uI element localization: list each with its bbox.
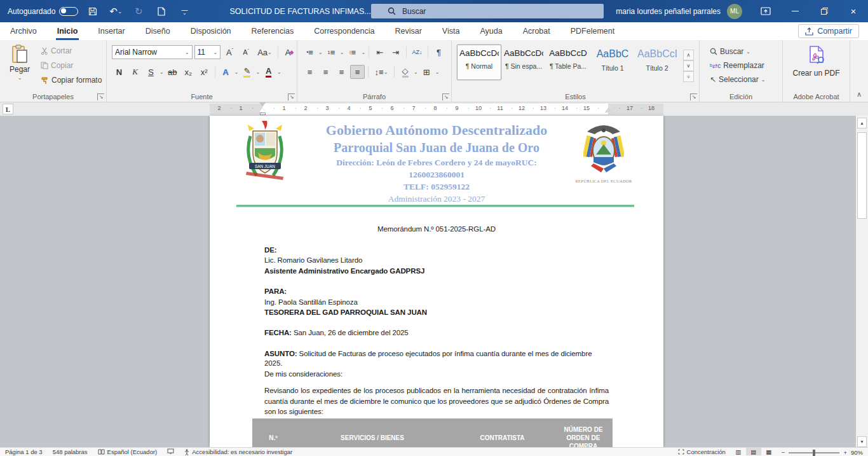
customize-quick-access-button[interactable]: —⌄ bbox=[176, 3, 193, 20]
page-number-indicator[interactable]: Página 1 de 3 bbox=[0, 448, 48, 455]
memo-body-paragraph[interactable]: Revisando los expedientes de los proceso… bbox=[264, 385, 609, 417]
zoom-slider-handle[interactable] bbox=[813, 450, 815, 456]
create-pdf-button[interactable]: Crear un PDF bbox=[783, 40, 850, 78]
justify-button[interactable]: ≡ bbox=[350, 65, 365, 79]
autosave-switch-icon[interactable] bbox=[59, 7, 78, 16]
tab-inicio[interactable]: Inicio bbox=[47, 22, 88, 40]
close-button[interactable]: × bbox=[839, 0, 868, 22]
tab-disposicion[interactable]: Disposición bbox=[180, 22, 241, 40]
format-painter-button[interactable]: Copiar formato bbox=[38, 75, 104, 85]
tab-insertar[interactable]: Insertar bbox=[88, 22, 135, 40]
paste-button[interactable]: Pegar ⌄ bbox=[5, 45, 34, 94]
tab-referencias[interactable]: Referencias bbox=[241, 22, 304, 40]
web-layout-button[interactable]: ▦ bbox=[761, 448, 776, 455]
styles-scroll-down-button[interactable]: ∨ bbox=[683, 60, 694, 71]
display-settings-indicator[interactable] bbox=[162, 448, 179, 454]
highlight-button[interactable]: ✎ bbox=[240, 65, 254, 79]
cut-button[interactable]: Cortar bbox=[38, 46, 104, 56]
left-indent-marker[interactable] bbox=[260, 113, 266, 115]
memo-de-title[interactable]: Asistente Administrativo Encargado GADPR… bbox=[264, 266, 609, 276]
hanging-indent-marker[interactable] bbox=[259, 107, 266, 112]
styles-scroll-up-button[interactable]: ∧ bbox=[683, 50, 694, 60]
document-title[interactable]: SOLICITUD DE FACTURAS INFIMAS.... ⌄ bbox=[229, 7, 383, 16]
replace-button[interactable]: ᵇ⇄c Reemplazar bbox=[707, 60, 782, 71]
focus-mode-button[interactable]: Concentración bbox=[673, 448, 731, 455]
shading-button[interactable]: ◇ bbox=[398, 65, 412, 79]
find-dropdown-icon[interactable]: ⌄ bbox=[746, 49, 750, 55]
read-mode-button[interactable]: ▥ bbox=[731, 448, 746, 455]
user-name[interactable]: maria lourdes peñafiel parrales bbox=[616, 7, 721, 16]
underline-button[interactable]: S bbox=[144, 65, 158, 79]
styles-more-button[interactable]: ⩒ bbox=[683, 71, 694, 82]
right-indent-marker[interactable] bbox=[605, 108, 611, 113]
scroll-down-button[interactable]: ▼ bbox=[857, 436, 867, 447]
tab-correspondencia[interactable]: Correspondencia bbox=[304, 22, 384, 40]
line-spacing-button[interactable]: ↕≡⌄ bbox=[372, 65, 391, 79]
tab-diseno[interactable]: Diseño bbox=[135, 22, 180, 40]
italic-button[interactable]: K bbox=[128, 65, 142, 79]
ribbon-display-options-button[interactable] bbox=[751, 0, 780, 22]
vertical-scrollbar[interactable]: ▲ ▼ bbox=[856, 116, 868, 447]
shrink-font-button[interactable]: Aˇ bbox=[239, 45, 254, 59]
language-indicator[interactable]: Español (Ecuador) bbox=[93, 448, 163, 455]
search-input[interactable]: Buscar bbox=[371, 4, 604, 18]
highlight-dropdown-icon[interactable]: ⌄ bbox=[255, 69, 260, 75]
numbering-dropdown-icon[interactable]: ⌄ bbox=[340, 50, 344, 55]
collapse-ribbon-button[interactable]: ∧ bbox=[857, 90, 862, 99]
multilevel-dropdown-icon[interactable]: ⌄ bbox=[361, 50, 365, 55]
tab-vista[interactable]: Vista bbox=[432, 22, 470, 40]
minimize-button[interactable] bbox=[780, 0, 810, 22]
bullets-dropdown-icon[interactable]: ⌄ bbox=[318, 50, 323, 55]
decrease-indent-button[interactable]: ⇤ bbox=[372, 45, 387, 59]
zoom-level[interactable]: 90% bbox=[851, 449, 863, 456]
first-line-indent-marker[interactable] bbox=[259, 102, 266, 107]
paragraph-dialog-launcher[interactable]: ↘ bbox=[442, 93, 449, 100]
subscript-button[interactable]: x₂ bbox=[181, 65, 196, 79]
table-header-contratista[interactable]: CONTRATISTA bbox=[451, 418, 554, 447]
undo-button[interactable]: ↶⌄ bbox=[107, 3, 124, 20]
font-size-combo[interactable]: 11⌄ bbox=[194, 45, 221, 59]
bold-button[interactable]: N bbox=[112, 65, 126, 79]
copy-button[interactable]: Copiar bbox=[38, 60, 104, 71]
superscript-button[interactable]: x² bbox=[197, 65, 212, 79]
text-effects-dropdown-icon[interactable]: ⌄ bbox=[234, 69, 239, 75]
print-layout-button[interactable]: ▤ bbox=[746, 448, 761, 455]
multilevel-list-button[interactable]: ⁝≡ bbox=[345, 45, 360, 59]
align-center-button[interactable]: ≡ bbox=[318, 65, 333, 79]
align-left-button[interactable]: ≡ bbox=[302, 65, 317, 79]
strikethrough-button[interactable]: ab bbox=[165, 65, 180, 79]
paste-dropdown-icon[interactable]: ⌄ bbox=[18, 75, 22, 81]
increase-indent-button[interactable]: ⇥ bbox=[388, 45, 403, 59]
zoom-slider[interactable] bbox=[789, 452, 839, 453]
style-normal[interactable]: AaBbCcDc ¶ Normal bbox=[457, 45, 501, 80]
text-effects-button[interactable]: A bbox=[219, 65, 233, 79]
accessibility-indicator[interactable]: Accesibilidad: es necesario investigar bbox=[179, 448, 297, 455]
borders-button[interactable]: ⊞ bbox=[419, 65, 434, 79]
document-page[interactable]: SAN JUAN Gobierno Autónomo Descentraliza… bbox=[210, 116, 663, 447]
borders-dropdown-icon[interactable]: ⌄ bbox=[435, 69, 440, 75]
table-header-orden-compra[interactable]: NÚMERO DE ORDEN DE COMPRA bbox=[554, 418, 613, 447]
table-header-servicios[interactable]: SERVICIOS / BIENES bbox=[294, 418, 451, 447]
share-button[interactable]: Compartir bbox=[798, 24, 859, 38]
scrollbar-thumb[interactable] bbox=[857, 132, 867, 219]
tab-acrobat[interactable]: Acrobat bbox=[513, 22, 560, 40]
memo-de-name[interactable]: Lic. Romario Gavilanes Litardo bbox=[264, 256, 609, 265]
memo-para-title[interactable]: TESORERA DEL GAD PARROQUIAL SAN JUAN bbox=[264, 308, 609, 317]
ruler-strip[interactable]: 211234567891011121314151718·············… bbox=[210, 104, 663, 114]
new-document-button[interactable] bbox=[153, 3, 170, 20]
memo-table-header-row[interactable]: N.º SERVICIOS / BIENES CONTRATISTA NÚMER… bbox=[252, 418, 613, 447]
autosave-toggle[interactable]: Autoguardado bbox=[8, 7, 78, 16]
tab-stop-selector[interactable]: L bbox=[3, 104, 13, 114]
tab-pdfelement[interactable]: PDFelement bbox=[560, 22, 625, 40]
style-sin-espaciado[interactable]: AaBbCcDc ¶ Sin espa... bbox=[501, 45, 546, 80]
numbering-button[interactable]: 1≡ bbox=[324, 45, 339, 59]
font-family-combo[interactable]: Arial Narrow⌄ bbox=[112, 45, 193, 59]
style-titulo-2[interactable]: AaBbCcD Título 2 bbox=[635, 45, 679, 80]
underline-dropdown-icon[interactable]: ⌄ bbox=[159, 69, 164, 75]
grow-font-button[interactable]: Aˆ bbox=[222, 45, 237, 59]
find-button[interactable]: Buscar ⌄ bbox=[707, 46, 782, 57]
memo-fecha-line[interactable]: FECHA: San Juan, 26 de diciembre del 202… bbox=[264, 328, 609, 338]
sort-button[interactable]: AZ↓ bbox=[410, 45, 424, 59]
font-dialog-launcher[interactable]: ↘ bbox=[288, 93, 295, 100]
show-formatting-button[interactable]: ¶ bbox=[431, 45, 446, 59]
